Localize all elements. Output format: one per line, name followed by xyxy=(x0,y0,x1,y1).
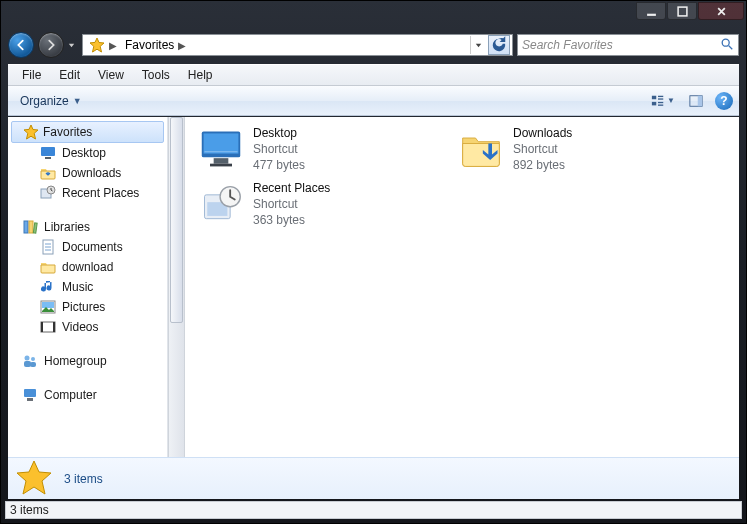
svg-rect-5 xyxy=(658,98,663,99)
sidebar-item-recent-places[interactable]: Recent Places xyxy=(22,183,167,203)
breadcrumb-favorites[interactable]: Favorites ▶ xyxy=(121,35,190,55)
search-placeholder: Search Favorites xyxy=(522,38,613,52)
sidebar-item-label: Recent Places xyxy=(62,186,139,200)
sidebar-item-computer[interactable]: Computer xyxy=(8,385,167,405)
file-item-downloads[interactable]: Downloads Shortcut 892 bytes xyxy=(457,125,687,174)
folder-icon xyxy=(40,259,56,275)
address-bar-controls xyxy=(470,35,510,55)
breadcrumb-label: Favorites xyxy=(125,38,174,52)
sidebar-item-desktop[interactable]: Desktop xyxy=(22,143,167,163)
breadcrumb-root[interactable]: ▶ xyxy=(85,35,121,55)
sidebar-item-downloads[interactable]: Downloads xyxy=(22,163,167,183)
menu-edit[interactable]: Edit xyxy=(51,66,88,84)
svg-point-2 xyxy=(722,39,729,46)
address-dropdown[interactable] xyxy=(470,36,486,54)
chevron-right-icon: ▶ xyxy=(109,40,117,51)
minimize-button[interactable] xyxy=(636,2,666,20)
sidebar-favorites: Favorites Desktop Downloads Recent Place… xyxy=(8,121,167,203)
svg-rect-10 xyxy=(698,95,702,106)
svg-rect-4 xyxy=(658,95,663,96)
svg-rect-27 xyxy=(30,362,36,367)
explorer-window: ▶ Favorites ▶ Search Favorites File Edit… xyxy=(0,0,747,524)
forward-button[interactable] xyxy=(38,32,64,58)
svg-rect-23 xyxy=(53,322,55,332)
menu-view[interactable]: View xyxy=(90,66,132,84)
chevron-down-icon: ▼ xyxy=(667,96,675,105)
item-name: Desktop xyxy=(253,125,305,141)
libraries-icon xyxy=(22,219,38,235)
sidebar-item-documents[interactable]: Documents xyxy=(22,237,167,257)
titlebar xyxy=(1,1,746,29)
file-item-recent-places[interactable]: Recent Places Shortcut 363 bytes xyxy=(197,180,427,229)
sidebar-item-pictures[interactable]: Pictures xyxy=(22,297,167,317)
help-button[interactable]: ? xyxy=(715,92,733,110)
chevron-down-icon: ▼ xyxy=(73,96,82,106)
item-type: Shortcut xyxy=(253,196,330,212)
item-name: Recent Places xyxy=(253,180,330,196)
svg-rect-1 xyxy=(678,7,687,16)
item-size: 477 bytes xyxy=(253,157,305,173)
status-text: 3 items xyxy=(10,503,49,517)
item-type: Shortcut xyxy=(513,141,572,157)
sidebar-item-label: Downloads xyxy=(62,166,121,180)
svg-rect-15 xyxy=(24,221,28,233)
downloads-icon xyxy=(40,165,56,181)
sidebar-item-label: Computer xyxy=(44,388,97,402)
sidebar-favorites-header[interactable]: Favorites xyxy=(11,121,164,143)
svg-rect-20 xyxy=(42,302,54,308)
item-type: Shortcut xyxy=(253,141,305,157)
star-icon xyxy=(23,124,39,140)
pictures-icon xyxy=(40,299,56,315)
star-icon xyxy=(89,37,105,53)
search-input[interactable]: Search Favorites xyxy=(517,34,739,56)
music-icon xyxy=(40,279,56,295)
item-size: 892 bytes xyxy=(513,157,572,173)
nav-history-dropdown[interactable] xyxy=(64,35,78,55)
documents-icon xyxy=(40,239,56,255)
toolbar-right: ▼ ? xyxy=(649,92,733,110)
sidebar-libraries-header[interactable]: Libraries xyxy=(8,217,167,237)
menu-help[interactable]: Help xyxy=(180,66,221,84)
menu-bar: File Edit View Tools Help xyxy=(8,64,739,86)
sidebar-item-homegroup[interactable]: Homegroup xyxy=(8,351,167,371)
item-size: 363 bytes xyxy=(253,212,330,228)
search-icon xyxy=(720,37,734,54)
svg-rect-3 xyxy=(652,95,656,99)
sidebar-group-label: Favorites xyxy=(43,125,92,139)
svg-rect-29 xyxy=(27,398,33,401)
svg-rect-21 xyxy=(41,322,55,332)
address-bar[interactable]: ▶ Favorites ▶ xyxy=(82,34,513,56)
svg-point-25 xyxy=(31,357,35,361)
menu-file[interactable]: File xyxy=(14,66,49,84)
organize-label: Organize xyxy=(20,94,69,108)
homegroup-icon xyxy=(22,353,38,369)
back-button[interactable] xyxy=(8,32,34,58)
sidebar-scrollbar[interactable] xyxy=(168,117,185,498)
computer-icon xyxy=(22,387,38,403)
maximize-button[interactable] xyxy=(667,2,697,20)
recent-places-icon xyxy=(197,180,245,228)
star-icon xyxy=(14,459,54,499)
sidebar-item-label: Videos xyxy=(62,320,98,334)
item-view[interactable]: Desktop Shortcut 477 bytes Downloads Sho… xyxy=(185,117,739,498)
sidebar-item-label: Homegroup xyxy=(44,354,107,368)
sidebar-item-music[interactable]: Music xyxy=(22,277,167,297)
svg-rect-17 xyxy=(33,223,37,233)
preview-pane-button[interactable] xyxy=(687,92,705,110)
sidebar-libraries: Libraries Documents download Music xyxy=(8,217,167,337)
view-options-button[interactable]: ▼ xyxy=(649,92,677,110)
organize-button[interactable]: Organize ▼ xyxy=(14,92,88,110)
svg-rect-0 xyxy=(647,13,656,15)
nav-bar: ▶ Favorites ▶ Search Favorites xyxy=(8,29,739,61)
close-button[interactable] xyxy=(698,2,744,20)
sidebar-group-label: Libraries xyxy=(44,220,90,234)
chevron-right-icon: ▶ xyxy=(178,40,186,51)
refresh-button[interactable] xyxy=(488,35,510,55)
sidebar-item-download-lib[interactable]: download xyxy=(22,257,167,277)
menu-tools[interactable]: Tools xyxy=(134,66,178,84)
file-item-desktop[interactable]: Desktop Shortcut 477 bytes xyxy=(197,125,427,174)
scrollbar-thumb[interactable] xyxy=(170,117,183,323)
downloads-folder-icon xyxy=(457,125,505,173)
sidebar-item-videos[interactable]: Videos xyxy=(22,317,167,337)
sidebar-item-label: Pictures xyxy=(62,300,105,314)
